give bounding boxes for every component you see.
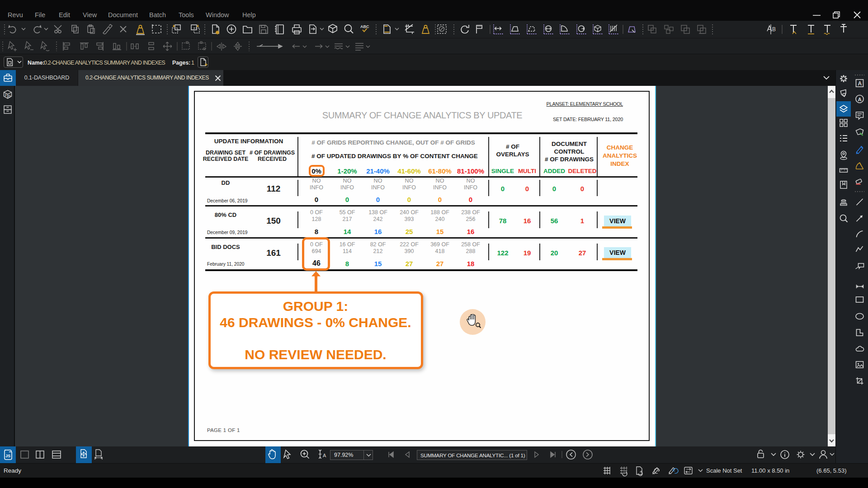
svg-text:A: A (858, 80, 862, 87)
svg-text:B: B (772, 26, 776, 33)
svg-text:A: A (323, 453, 326, 458)
svg-text:D: D (9, 94, 11, 98)
svg-text:ABC: ABC (360, 24, 369, 29)
svg-text:JS: JS (5, 454, 10, 458)
svg-text:A: A (858, 97, 862, 102)
svg-text:3: 3 (5, 94, 7, 97)
